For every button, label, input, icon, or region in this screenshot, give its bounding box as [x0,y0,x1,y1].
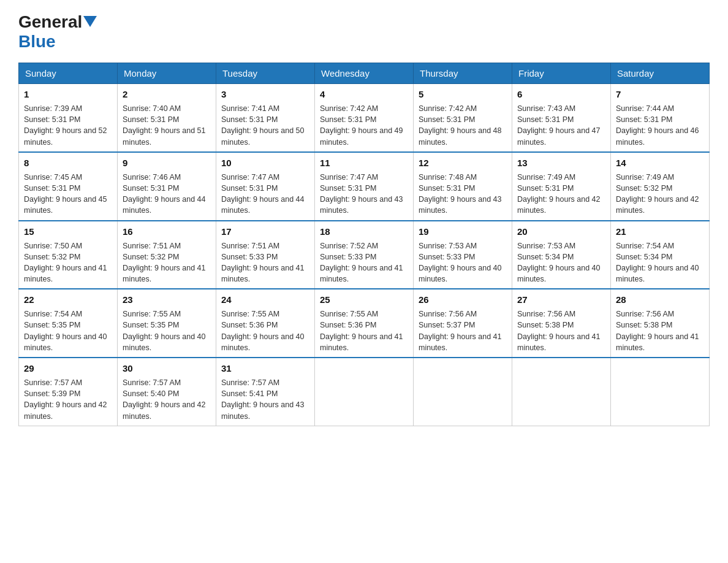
day-info: Sunrise: 7:47 AMSunset: 5:31 PMDaylight:… [221,173,305,215]
calendar-cell: 2Sunrise: 7:40 AMSunset: 5:31 PMDaylight… [118,84,216,152]
day-info: Sunrise: 7:47 AMSunset: 5:31 PMDaylight:… [320,173,403,215]
day-number: 1 [24,88,112,101]
logo: General Blue [18,12,97,52]
calendar-cell: 12Sunrise: 7:48 AMSunset: 5:31 PMDayligh… [414,152,512,221]
day-number: 20 [517,225,605,238]
day-info: Sunrise: 7:42 AMSunset: 5:31 PMDaylight:… [320,104,403,147]
day-number: 24 [221,293,309,306]
calendar-cell: 3Sunrise: 7:41 AMSunset: 5:31 PMDaylight… [216,84,315,152]
day-info: Sunrise: 7:46 AMSunset: 5:31 PMDaylight:… [123,173,206,215]
calendar-cell: 20Sunrise: 7:53 AMSunset: 5:34 PMDayligh… [512,221,611,289]
header-wednesday: Wednesday [315,63,414,84]
day-number: 23 [123,293,211,306]
calendar-cell [315,358,414,426]
day-number: 14 [616,156,704,169]
calendar-cell: 22Sunrise: 7:54 AMSunset: 5:35 PMDayligh… [19,289,118,358]
day-info: Sunrise: 7:48 AMSunset: 5:31 PMDaylight:… [419,173,502,215]
weekday-header-row: SundayMondayTuesdayWednesdayThursdayFrid… [19,63,710,84]
header-tuesday: Tuesday [216,63,315,84]
calendar-cell [414,358,512,426]
calendar-cell: 24Sunrise: 7:55 AMSunset: 5:36 PMDayligh… [216,289,315,358]
day-info: Sunrise: 7:54 AMSunset: 5:34 PMDaylight:… [616,242,699,284]
calendar-cell: 8Sunrise: 7:45 AMSunset: 5:31 PMDaylight… [19,152,118,221]
day-number: 29 [24,362,112,375]
calendar-cell: 30Sunrise: 7:57 AMSunset: 5:40 PMDayligh… [118,358,216,426]
calendar-cell: 10Sunrise: 7:47 AMSunset: 5:31 PMDayligh… [216,152,315,221]
day-number: 21 [616,225,704,238]
day-number: 30 [123,362,211,375]
day-info: Sunrise: 7:44 AMSunset: 5:31 PMDaylight:… [616,104,699,147]
calendar-cell: 21Sunrise: 7:54 AMSunset: 5:34 PMDayligh… [611,221,710,289]
day-info: Sunrise: 7:56 AMSunset: 5:37 PMDaylight:… [419,310,502,352]
calendar-cell: 25Sunrise: 7:55 AMSunset: 5:36 PMDayligh… [315,289,414,358]
day-info: Sunrise: 7:41 AMSunset: 5:31 PMDaylight:… [221,104,305,147]
day-number: 10 [221,156,309,169]
day-number: 6 [517,88,605,101]
day-number: 5 [419,88,507,101]
logo-arrow-icon [83,16,97,29]
calendar-cell: 4Sunrise: 7:42 AMSunset: 5:31 PMDaylight… [315,84,414,152]
logo-blue-part [82,15,97,29]
day-number: 31 [221,362,309,375]
day-number: 26 [419,293,507,306]
calendar-cell: 26Sunrise: 7:56 AMSunset: 5:37 PMDayligh… [414,289,512,358]
calendar-cell: 14Sunrise: 7:49 AMSunset: 5:32 PMDayligh… [611,152,710,221]
day-info: Sunrise: 7:57 AMSunset: 5:41 PMDaylight:… [221,378,305,421]
header-saturday: Saturday [611,63,710,84]
page-header: General Blue [18,12,710,52]
day-info: Sunrise: 7:40 AMSunset: 5:31 PMDaylight:… [123,104,206,147]
calendar-cell: 19Sunrise: 7:53 AMSunset: 5:33 PMDayligh… [414,221,512,289]
day-info: Sunrise: 7:49 AMSunset: 5:31 PMDaylight:… [517,173,601,215]
day-info: Sunrise: 7:57 AMSunset: 5:40 PMDaylight:… [123,378,206,421]
day-info: Sunrise: 7:55 AMSunset: 5:35 PMDaylight:… [123,310,206,352]
day-number: 13 [517,156,605,169]
day-number: 18 [320,225,408,238]
day-number: 7 [616,88,704,101]
logo-blue-text: Blue [18,32,56,52]
day-number: 4 [320,88,408,101]
calendar-cell: 5Sunrise: 7:42 AMSunset: 5:31 PMDaylight… [414,84,512,152]
day-info: Sunrise: 7:55 AMSunset: 5:36 PMDaylight:… [221,310,305,352]
header-thursday: Thursday [414,63,512,84]
day-info: Sunrise: 7:56 AMSunset: 5:38 PMDaylight:… [616,310,699,352]
calendar-cell: 16Sunrise: 7:51 AMSunset: 5:32 PMDayligh… [118,221,216,289]
calendar-cell: 9Sunrise: 7:46 AMSunset: 5:31 PMDaylight… [118,152,216,221]
day-number: 2 [123,88,211,101]
day-info: Sunrise: 7:54 AMSunset: 5:35 PMDaylight:… [24,310,107,352]
day-info: Sunrise: 7:49 AMSunset: 5:32 PMDaylight:… [616,173,699,215]
day-info: Sunrise: 7:50 AMSunset: 5:32 PMDaylight:… [24,242,107,284]
day-number: 22 [24,293,112,306]
header-sunday: Sunday [19,63,118,84]
week-row-4: 22Sunrise: 7:54 AMSunset: 5:35 PMDayligh… [19,289,710,358]
calendar-cell: 28Sunrise: 7:56 AMSunset: 5:38 PMDayligh… [611,289,710,358]
calendar-cell [611,358,710,426]
day-info: Sunrise: 7:51 AMSunset: 5:32 PMDaylight:… [123,242,206,284]
day-number: 12 [419,156,507,169]
day-info: Sunrise: 7:53 AMSunset: 5:33 PMDaylight:… [419,242,502,284]
day-info: Sunrise: 7:39 AMSunset: 5:31 PMDaylight:… [24,104,107,147]
day-info: Sunrise: 7:56 AMSunset: 5:38 PMDaylight:… [517,310,601,352]
day-number: 27 [517,293,605,306]
calendar-cell: 15Sunrise: 7:50 AMSunset: 5:32 PMDayligh… [19,221,118,289]
day-number: 9 [123,156,211,169]
day-info: Sunrise: 7:42 AMSunset: 5:31 PMDaylight:… [419,104,502,147]
week-row-2: 8Sunrise: 7:45 AMSunset: 5:31 PMDaylight… [19,152,710,221]
week-row-1: 1Sunrise: 7:39 AMSunset: 5:31 PMDaylight… [19,84,710,152]
calendar-cell: 13Sunrise: 7:49 AMSunset: 5:31 PMDayligh… [512,152,611,221]
day-number: 16 [123,225,211,238]
week-row-5: 29Sunrise: 7:57 AMSunset: 5:39 PMDayligh… [19,358,710,426]
day-number: 11 [320,156,408,169]
week-row-3: 15Sunrise: 7:50 AMSunset: 5:32 PMDayligh… [19,221,710,289]
day-number: 15 [24,225,112,238]
calendar-cell: 23Sunrise: 7:55 AMSunset: 5:35 PMDayligh… [118,289,216,358]
header-friday: Friday [512,63,611,84]
logo-general-text: General [18,12,82,32]
calendar-cell: 6Sunrise: 7:43 AMSunset: 5:31 PMDaylight… [512,84,611,152]
day-number: 25 [320,293,408,306]
calendar-cell: 29Sunrise: 7:57 AMSunset: 5:39 PMDayligh… [19,358,118,426]
day-info: Sunrise: 7:45 AMSunset: 5:31 PMDaylight:… [24,173,107,215]
day-info: Sunrise: 7:55 AMSunset: 5:36 PMDaylight:… [320,310,403,352]
day-info: Sunrise: 7:53 AMSunset: 5:34 PMDaylight:… [517,242,601,284]
calendar-cell: 7Sunrise: 7:44 AMSunset: 5:31 PMDaylight… [611,84,710,152]
day-number: 8 [24,156,112,169]
